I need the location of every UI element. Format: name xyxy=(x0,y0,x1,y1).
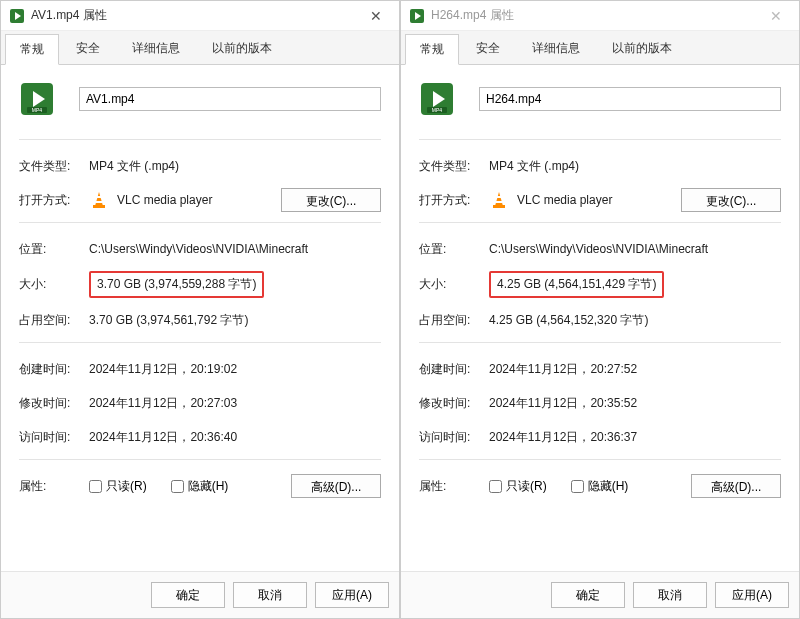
window-title: H264.mp4 属性 xyxy=(431,7,761,24)
hidden-text: 隐藏(H) xyxy=(588,478,629,495)
label-openwith: 打开方式: xyxy=(19,192,89,209)
hidden-checkbox[interactable] xyxy=(171,480,184,493)
tabs: 常规 安全 详细信息 以前的版本 xyxy=(401,31,799,65)
svg-rect-18 xyxy=(497,196,501,198)
value-openwith: VLC media player xyxy=(517,193,612,207)
label-location: 位置: xyxy=(419,241,489,258)
label-accessed: 访问时间: xyxy=(419,429,489,446)
cancel-button[interactable]: 取消 xyxy=(233,582,307,608)
hidden-checkbox[interactable] xyxy=(571,480,584,493)
label-filetype: 文件类型: xyxy=(419,158,489,175)
label-created: 创建时间: xyxy=(419,361,489,378)
value-filetype: MP4 文件 (.mp4) xyxy=(489,158,781,175)
label-openwith: 打开方式: xyxy=(419,192,489,209)
vlc-icon xyxy=(89,190,109,210)
filename-input[interactable] xyxy=(79,87,381,111)
tab-previous-versions[interactable]: 以前的版本 xyxy=(597,33,687,64)
mp4-file-icon xyxy=(9,8,25,24)
svg-rect-7 xyxy=(93,205,105,208)
close-icon[interactable]: ✕ xyxy=(361,1,391,30)
hidden-checkbox-label[interactable]: 隐藏(H) xyxy=(171,478,229,495)
label-sizeondisk: 占用空间: xyxy=(19,312,89,329)
svg-text:MP4: MP4 xyxy=(32,107,43,113)
divider xyxy=(419,222,781,223)
value-created: 2024年11月12日，20:27:52 xyxy=(489,361,781,378)
label-created: 创建时间: xyxy=(19,361,89,378)
value-location: C:\Users\Windy\Videos\NVIDIA\Minecraft xyxy=(489,242,781,256)
label-accessed: 访问时间: xyxy=(19,429,89,446)
close-icon[interactable]: ✕ xyxy=(761,1,791,30)
tab-previous-versions[interactable]: 以前的版本 xyxy=(197,33,287,64)
readonly-checkbox-label[interactable]: 只读(R) xyxy=(89,478,147,495)
mp4-file-icon xyxy=(409,8,425,24)
dialog-footer: 确定 取消 应用(A) xyxy=(1,571,399,618)
value-modified: 2024年11月12日，20:35:52 xyxy=(489,395,781,412)
hidden-checkbox-label[interactable]: 隐藏(H) xyxy=(571,478,629,495)
window-title: AV1.mp4 属性 xyxy=(31,7,361,24)
svg-rect-9 xyxy=(96,201,102,203)
titlebar: H264.mp4 属性 ✕ xyxy=(401,1,799,31)
tab-general[interactable]: 常规 xyxy=(5,34,59,65)
tab-details[interactable]: 详细信息 xyxy=(117,33,195,64)
readonly-text: 只读(R) xyxy=(106,478,147,495)
label-modified: 修改时间: xyxy=(19,395,89,412)
properties-window-right: H264.mp4 属性 ✕ 常规 安全 详细信息 以前的版本 MP4 文件类型:… xyxy=(400,0,800,619)
mp4-large-icon: MP4 xyxy=(19,81,55,117)
value-openwith: VLC media player xyxy=(117,193,212,207)
tabs: 常规 安全 详细信息 以前的版本 xyxy=(1,31,399,65)
label-attributes: 属性: xyxy=(419,478,489,495)
label-size: 大小: xyxy=(19,276,89,293)
tab-general[interactable]: 常规 xyxy=(405,34,459,65)
tab-details[interactable]: 详细信息 xyxy=(517,33,595,64)
apply-button[interactable]: 应用(A) xyxy=(315,582,389,608)
label-filetype: 文件类型: xyxy=(19,158,89,175)
divider xyxy=(19,139,381,140)
value-accessed: 2024年11月12日，20:36:40 xyxy=(89,429,381,446)
dialog-footer: 确定 取消 应用(A) xyxy=(401,571,799,618)
svg-rect-17 xyxy=(493,205,505,208)
apply-button[interactable]: 应用(A) xyxy=(715,582,789,608)
readonly-checkbox[interactable] xyxy=(489,480,502,493)
readonly-checkbox-label[interactable]: 只读(R) xyxy=(489,478,547,495)
tab-security[interactable]: 安全 xyxy=(461,33,515,64)
readonly-text: 只读(R) xyxy=(506,478,547,495)
advanced-button[interactable]: 高级(D)... xyxy=(291,474,381,498)
tab-security[interactable]: 安全 xyxy=(61,33,115,64)
label-modified: 修改时间: xyxy=(419,395,489,412)
hidden-text: 隐藏(H) xyxy=(188,478,229,495)
value-created: 2024年11月12日，20:19:02 xyxy=(89,361,381,378)
value-sizeondisk: 3.70 GB (3,974,561,792 字节) xyxy=(89,312,381,329)
svg-marker-6 xyxy=(95,192,103,206)
divider xyxy=(19,459,381,460)
advanced-button[interactable]: 高级(D)... xyxy=(691,474,781,498)
properties-window-left: AV1.mp4 属性 ✕ 常规 安全 详细信息 以前的版本 MP4 文件类型: … xyxy=(0,0,400,619)
divider xyxy=(419,139,781,140)
divider xyxy=(19,342,381,343)
value-size: 4.25 GB (4,564,151,429 字节) xyxy=(489,271,664,298)
svg-text:MP4: MP4 xyxy=(432,107,443,113)
general-tab-content: MP4 文件类型: MP4 文件 (.mp4) 打开方式: VLC media … xyxy=(1,65,399,571)
label-size: 大小: xyxy=(419,276,489,293)
divider xyxy=(419,459,781,460)
change-button[interactable]: 更改(C)... xyxy=(681,188,781,212)
svg-rect-8 xyxy=(97,196,101,198)
titlebar: AV1.mp4 属性 ✕ xyxy=(1,1,399,31)
mp4-large-icon: MP4 xyxy=(419,81,455,117)
change-button[interactable]: 更改(C)... xyxy=(281,188,381,212)
svg-rect-19 xyxy=(496,201,502,203)
label-sizeondisk: 占用空间: xyxy=(419,312,489,329)
divider xyxy=(19,222,381,223)
value-sizeondisk: 4.25 GB (4,564,152,320 字节) xyxy=(489,312,781,329)
ok-button[interactable]: 确定 xyxy=(551,582,625,608)
svg-marker-16 xyxy=(495,192,503,206)
cancel-button[interactable]: 取消 xyxy=(633,582,707,608)
value-size: 3.70 GB (3,974,559,288 字节) xyxy=(89,271,264,298)
filename-input[interactable] xyxy=(479,87,781,111)
value-accessed: 2024年11月12日，20:36:37 xyxy=(489,429,781,446)
value-filetype: MP4 文件 (.mp4) xyxy=(89,158,381,175)
ok-button[interactable]: 确定 xyxy=(151,582,225,608)
general-tab-content: MP4 文件类型: MP4 文件 (.mp4) 打开方式: VLC media … xyxy=(401,65,799,571)
readonly-checkbox[interactable] xyxy=(89,480,102,493)
vlc-icon xyxy=(489,190,509,210)
value-location: C:\Users\Windy\Videos\NVIDIA\Minecraft xyxy=(89,242,381,256)
